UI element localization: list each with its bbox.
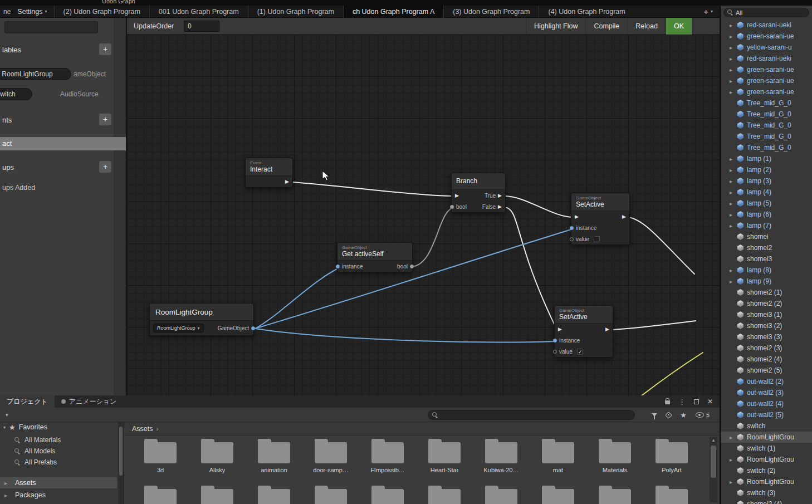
hierarchy-item[interactable]: ▸RoomLightGrou — [721, 476, 812, 487]
hidden-count-toggle[interactable]: 5 — [696, 412, 710, 418]
asset-folder[interactable] — [416, 485, 473, 504]
hierarchy-item[interactable]: Tree_mid_G_0 — [721, 109, 812, 120]
hierarchy-item[interactable]: ▸lamp (4) — [721, 187, 812, 198]
hierarchy-item[interactable]: ▸lamp (7) — [721, 220, 812, 231]
favorites-item[interactable]: All Materials — [0, 434, 117, 446]
star-icon[interactable]: ★ — [680, 412, 687, 419]
hierarchy-search-input[interactable]: All — [723, 8, 809, 17]
flow-out-false-port[interactable]: ▶ — [498, 204, 502, 209]
bool-out-port[interactable] — [410, 265, 414, 268]
variable-pill[interactable]: witch — [0, 88, 32, 100]
asset-folder[interactable] — [473, 485, 530, 504]
favorites-item[interactable]: All Models — [0, 446, 117, 457]
flow-out-port[interactable]: ▶ — [622, 214, 626, 219]
hierarchy-item[interactable]: ▸lamp (9) — [721, 276, 812, 287]
hierarchy-item[interactable]: Tree_mid_G_0 — [721, 131, 812, 142]
value-in-port[interactable] — [553, 350, 557, 354]
hierarchy-item[interactable]: switch — [721, 420, 812, 432]
expand-arrow-icon[interactable]: ▸ — [730, 33, 737, 40]
breadcrumb-assets[interactable]: Assets — [132, 425, 153, 433]
expand-arrow-icon[interactable]: ▸ — [730, 45, 737, 51]
hierarchy-item[interactable]: out-wall2 (5) — [721, 409, 812, 420]
asset-folder[interactable] — [302, 485, 359, 504]
expand-arrow-icon[interactable]: ▸ — [730, 278, 737, 285]
hierarchy-item[interactable]: shomei3 (1) — [721, 309, 812, 320]
reload-button[interactable]: Reload — [627, 18, 666, 35]
project-sidebar-scrollbar[interactable] — [118, 422, 124, 504]
flow-out-true-port[interactable]: ▶ — [498, 193, 502, 198]
value-in-port[interactable] — [570, 237, 574, 241]
asset-folder[interactable] — [586, 485, 643, 504]
hierarchy-item[interactable]: ▸green-sarani-ue — [721, 64, 812, 75]
hierarchy-item[interactable]: out-wall2 (4) — [721, 398, 812, 409]
hierarchy-item[interactable]: ▸red-sarani-ueki — [721, 19, 812, 31]
hierarchy-item[interactable]: ▸green-sarani-ue — [721, 31, 812, 42]
hierarchy-item[interactable]: shomei3 — [721, 253, 812, 265]
hierarchy-item[interactable]: Tree_mid_G_0 — [721, 97, 812, 109]
expand-arrow-icon[interactable]: ▸ — [730, 89, 737, 95]
asset-folder[interactable]: door-samp… — [302, 438, 359, 473]
close-icon[interactable]: ✕ — [707, 398, 713, 405]
assets-scrollbar[interactable]: ▲ — [710, 437, 717, 502]
asset-folder[interactable] — [246, 485, 302, 504]
event-item-selected[interactable]: act — [0, 137, 126, 150]
project-search-input[interactable] — [428, 410, 635, 420]
expand-arrow-icon[interactable]: ▸ — [730, 212, 737, 218]
hierarchy-item[interactable]: out-wall2 (2) — [721, 376, 812, 387]
add-event-button[interactable]: + — [99, 114, 111, 125]
asset-folder[interactable] — [189, 485, 246, 504]
graph-tab[interactable]: (3) Udon Graph Program — [443, 6, 539, 18]
add-variable-button[interactable]: + — [99, 43, 111, 55]
graph-canvas[interactable]: Event Interact ▶ Branch ▶ True ▶ bool — [127, 35, 720, 395]
instance-in-port[interactable] — [570, 226, 574, 230]
expand-arrow-icon[interactable]: ▸ — [730, 156, 737, 162]
bool-in-port[interactable] — [450, 205, 454, 209]
expand-arrow-icon[interactable]: ▸ — [730, 434, 737, 441]
hierarchy-item[interactable]: shomei2 (3) — [721, 342, 812, 354]
tree-item-packages[interactable]: ▸ Packages — [0, 490, 117, 501]
asset-folder[interactable]: Heart-Star — [416, 438, 473, 473]
asset-folder[interactable]: mat — [530, 438, 586, 473]
asset-folder[interactable] — [359, 485, 416, 504]
hierarchy-item[interactable]: switch (1) — [721, 443, 812, 454]
scrollbar-thumb[interactable] — [711, 446, 716, 478]
asset-folder[interactable]: FImpossib… — [359, 438, 416, 473]
flow-in-port[interactable]: ▶ — [455, 193, 459, 198]
hierarchy-item[interactable]: shomei2 (5) — [721, 365, 812, 376]
hierarchy-item[interactable]: Tree_mid_G_0 — [721, 142, 812, 153]
scroll-up-icon[interactable]: ▲ — [710, 437, 717, 444]
expand-arrow-icon[interactable]: ▸ — [730, 22, 737, 28]
instance-in-port[interactable] — [553, 339, 557, 342]
lock-icon[interactable] — [665, 400, 670, 404]
ok-button[interactable]: OK — [666, 18, 692, 35]
asset-folder[interactable]: Kubiwa-20… — [473, 438, 530, 473]
node-interact[interactable]: Event Interact ▶ — [245, 158, 293, 188]
create-menu-caret[interactable]: ▾ — [6, 412, 8, 418]
asset-folder[interactable]: Allsky — [189, 438, 246, 473]
hierarchy-item[interactable]: shomei2 (2) — [721, 298, 812, 309]
value-checkbox[interactable] — [594, 236, 600, 242]
instance-in-port[interactable] — [336, 265, 340, 268]
hierarchy-item[interactable]: shomei3 (3) — [721, 331, 812, 342]
asset-folder[interactable]: PolyArt — [643, 438, 700, 473]
asset-folder[interactable]: Materials — [586, 438, 643, 473]
hierarchy-item[interactable]: shomei2 — [721, 242, 812, 253]
graph-tab[interactable]: (1) Udon Graph Program — [248, 6, 343, 18]
flow-out-port[interactable]: ▶ — [285, 179, 289, 184]
add-group-button[interactable]: + — [99, 161, 111, 173]
asset-folder[interactable]: animation — [246, 438, 302, 473]
flow-out-port[interactable]: ▶ — [605, 327, 609, 332]
hierarchy-item[interactable]: ▸green-sarani-ue — [721, 86, 812, 97]
node-setactive-top[interactable]: GameObject SetActive ▶ ▶ instance value — [571, 193, 630, 245]
asset-folder[interactable] — [132, 485, 189, 504]
node-setactive-bottom[interactable]: GameObject SetActive ▶ ▶ instance value … — [554, 305, 613, 358]
expand-arrow-icon[interactable]: ▸ — [730, 189, 737, 195]
graph-tab[interactable]: 001 Udon Graph Program — [149, 6, 248, 18]
hierarchy-item[interactable]: ▸lamp (6) — [721, 209, 812, 220]
expand-arrow-icon[interactable]: ▸ — [730, 223, 737, 229]
hierarchy-item[interactable]: ▸yellow-sarani-u — [721, 42, 812, 53]
compile-button[interactable]: Compile — [585, 18, 627, 35]
flow-in-port[interactable]: ▶ — [575, 214, 579, 219]
asset-folder[interactable] — [530, 485, 586, 504]
node-branch[interactable]: Branch ▶ True ▶ bool False ▶ — [451, 173, 506, 213]
